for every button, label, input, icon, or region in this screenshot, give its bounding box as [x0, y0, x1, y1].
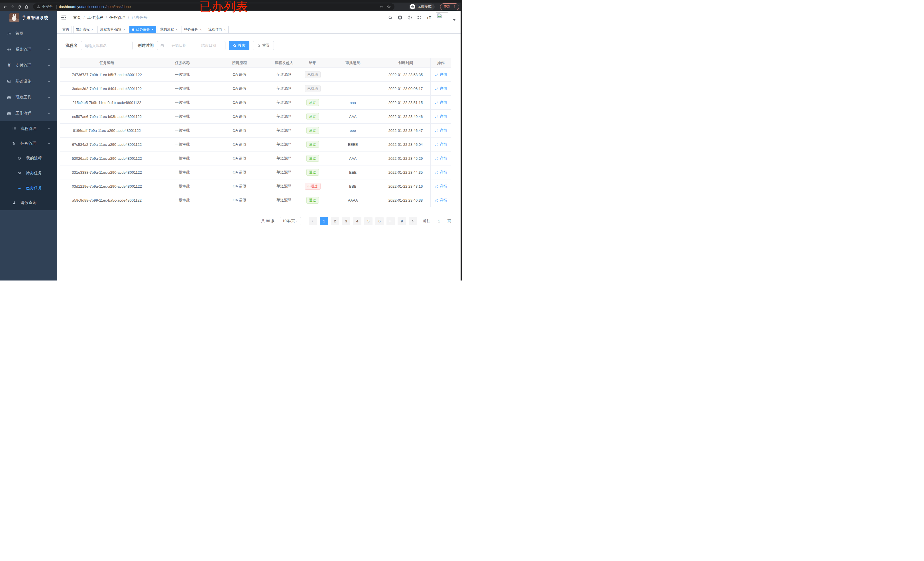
search-icon[interactable]: [388, 15, 393, 20]
goto-page-input[interactable]: [433, 217, 445, 225]
logo[interactable]: 芋道管理系统: [0, 11, 57, 24]
sidebar-item-workflow[interactable]: 工作流程: [0, 105, 57, 121]
tab-form-editor[interactable]: 流程表单-编辑×: [98, 26, 128, 33]
tab-done-tasks[interactable]: 已办任务×: [129, 26, 156, 33]
breadcrumb-link[interactable]: 任务管理: [110, 15, 125, 20]
close-icon[interactable]: ×: [176, 28, 178, 31]
chevron-down-icon: [47, 64, 51, 67]
chevron-down-icon: [47, 48, 51, 51]
date-range-input[interactable]: 开始日期 - 结束日期: [157, 41, 225, 50]
sidebar-item-done-tasks[interactable]: 已办任务: [0, 181, 57, 195]
close-icon[interactable]: ×: [200, 28, 202, 31]
breadcrumb-link[interactable]: 工作流程: [87, 15, 103, 20]
caret-down-icon[interactable]: [453, 19, 456, 21]
comment-cell: AAA: [325, 110, 381, 123]
browser-chrome: 不安全 dashboard.yudao.iocoder.cn/bpm/task/…: [0, 0, 462, 11]
sidebar-item-payment[interactable]: ¥支付管理: [0, 57, 57, 73]
tab-todo-tasks[interactable]: 待办任务×: [182, 26, 204, 33]
sidebar-item-leave-query[interactable]: 请假查询: [0, 195, 57, 210]
kebab-menu-icon[interactable]: [453, 5, 457, 9]
detail-link[interactable]: 详情: [435, 100, 447, 105]
forward-icon[interactable]: [10, 4, 15, 9]
tab-home[interactable]: 首页: [60, 26, 72, 33]
tab-label: 发起流程: [76, 27, 90, 32]
prev-page-button[interactable]: [309, 217, 317, 225]
incognito-badge: 无痕模式: [409, 3, 435, 10]
close-icon[interactable]: ×: [91, 28, 93, 31]
back-icon[interactable]: [3, 4, 8, 9]
page-button-2[interactable]: 2: [331, 217, 339, 225]
detail-link[interactable]: 详情: [435, 114, 447, 119]
detail-link[interactable]: 详情: [435, 170, 447, 175]
sidebar-item-my-process[interactable]: 我的流程: [0, 151, 57, 166]
detail-link[interactable]: 详情: [435, 72, 447, 77]
tab-my-process[interactable]: 我的流程×: [158, 26, 180, 33]
task-name-cell: 一级审批: [154, 138, 211, 151]
star-icon[interactable]: [387, 4, 391, 9]
result-cell: 已取消: [300, 82, 325, 96]
starter-cell: 芋道源码: [268, 96, 300, 109]
close-icon[interactable]: ×: [123, 28, 126, 31]
detail-link[interactable]: 详情: [435, 142, 447, 147]
close-icon[interactable]: ×: [224, 28, 226, 31]
tab-label: 流程表单-编辑: [100, 27, 122, 32]
font-size-icon[interactable]: ᴛT: [427, 15, 431, 20]
task-id-cell: 3adac3d2-7b9d-11ec-8404-acde48001122: [60, 82, 154, 96]
created-cell: 2022-01-22 23:43:16: [381, 180, 430, 193]
pencil-icon: [435, 142, 439, 147]
page-button-5[interactable]: 5: [364, 217, 372, 225]
sidebar-item-system[interactable]: 系统管理: [0, 42, 57, 57]
page-button-1[interactable]: 1: [320, 217, 328, 225]
reset-button[interactable]: 重置: [253, 41, 274, 50]
sidebar-item-devtools[interactable]: 研发工具: [0, 90, 57, 105]
page-button-4[interactable]: 4: [353, 217, 362, 225]
page-button-9[interactable]: 9: [398, 217, 406, 225]
close-icon[interactable]: ×: [152, 28, 154, 31]
detail-link[interactable]: 详情: [435, 128, 447, 133]
tab-label: 流程详情: [208, 27, 222, 32]
result-cell: 通过: [300, 151, 325, 165]
breadcrumb-link[interactable]: 首页: [73, 15, 81, 20]
result-tag: 通过: [306, 155, 319, 162]
home-icon[interactable]: [24, 4, 29, 9]
key-icon[interactable]: [380, 4, 384, 9]
search-button[interactable]: 搜索: [229, 41, 249, 50]
page-button-3[interactable]: 3: [342, 217, 350, 225]
task-name-cell: 一级审批: [154, 166, 211, 179]
eye-open-icon: [17, 171, 22, 175]
security-label[interactable]: 不安全: [42, 4, 53, 9]
process-cell: OA 请假: [211, 138, 268, 151]
detail-link[interactable]: 详情: [435, 184, 447, 189]
help-icon[interactable]: [407, 15, 412, 20]
page-size-select[interactable]: 10条/页: [280, 217, 301, 225]
hamburger-icon[interactable]: [61, 15, 67, 21]
created-cell: 2022-01-22 23:40:38: [381, 193, 430, 207]
column-header-3: 流程发起人: [268, 58, 300, 67]
create-time-label: 创建时间: [138, 43, 154, 48]
avatar[interactable]: [436, 12, 448, 23]
tab-start-process[interactable]: 发起流程×: [73, 26, 96, 33]
page-button-6[interactable]: 6: [375, 217, 384, 225]
github-icon[interactable]: [398, 15, 402, 20]
sidebar-item-todo-tasks[interactable]: 待办任务: [0, 166, 57, 181]
detail-link[interactable]: 详情: [435, 86, 447, 91]
address-bar[interactable]: 不安全 dashboard.yudao.iocoder.cn/bpm/task/…: [33, 3, 394, 10]
pencil-icon: [435, 114, 439, 118]
tab-process-detail[interactable]: 流程详情×: [206, 26, 229, 33]
update-button[interactable]: 更新: [440, 3, 459, 10]
starter-cell: 芋道源码: [268, 151, 300, 165]
detail-link[interactable]: 详情: [435, 197, 447, 203]
reload-icon[interactable]: [17, 4, 22, 9]
sidebar-item-infra[interactable]: 基础设施: [0, 73, 57, 90]
more-pages-button[interactable]: [387, 217, 395, 225]
next-page-button[interactable]: [409, 217, 417, 225]
created-cell: 2022-01-22 23:44:35: [381, 166, 430, 179]
task-id-cell: 331e3388-7b9a-11ec-a290-acde48001122: [60, 166, 154, 179]
sidebar-item-process-mgmt[interactable]: 流程管理: [0, 121, 57, 136]
detail-link[interactable]: 详情: [435, 156, 447, 161]
process-name-input[interactable]: [81, 41, 132, 50]
sidebar-item-home[interactable]: 首页: [0, 25, 57, 42]
sidebar-item-task-mgmt[interactable]: 任务管理: [0, 136, 57, 151]
fullscreen-icon[interactable]: [417, 15, 422, 20]
result-cell: 通过: [300, 96, 325, 109]
